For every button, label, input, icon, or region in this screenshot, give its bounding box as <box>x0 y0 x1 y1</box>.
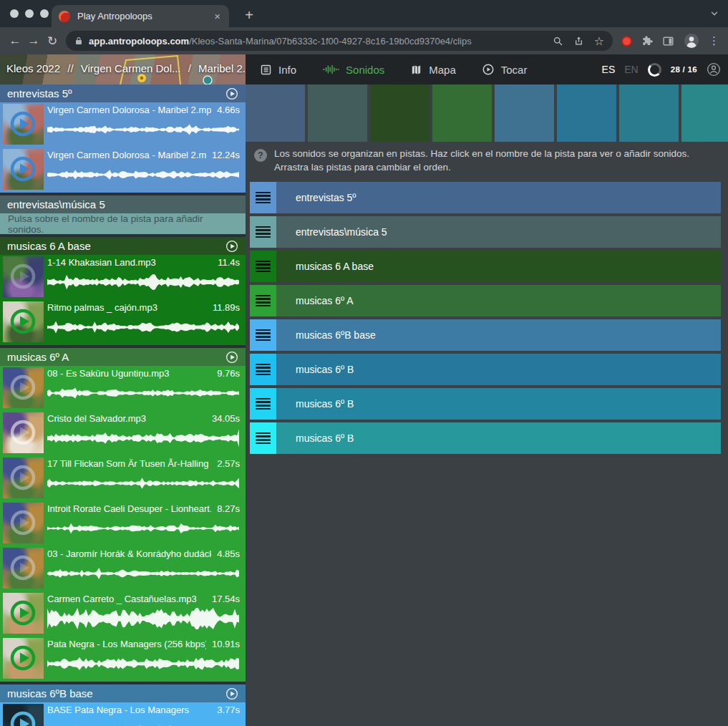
sidebar-track-header[interactable]: entrevistas\música 5 <box>0 195 246 213</box>
track-drag-handle[interactable] <box>250 422 276 454</box>
forward-button[interactable]: → <box>24 32 43 50</box>
sidebar-track-header[interactable]: entrevistas 5º <box>0 84 246 102</box>
clip-duration: 9.76s <box>217 368 240 379</box>
track-row[interactable]: musicas 6 A base <box>250 251 721 282</box>
clip-info-row: 17 Till Flickan Som Är Tusen År-Halling … <box>47 458 240 470</box>
track-drag-handle[interactable] <box>250 319 276 351</box>
profile-icon[interactable] <box>707 62 721 77</box>
audio-clip[interactable]: 17 Till Flickan Som Är Tusen År-Halling … <box>0 456 246 501</box>
audio-clip[interactable]: Virgen Carmen Dolorosa - Maribel 2.mp34.… <box>0 102 246 147</box>
clip-play-overlay-icon[interactable] <box>9 155 37 183</box>
window-close-button[interactable] <box>10 9 19 18</box>
clip-play-overlay-icon[interactable] <box>9 508 37 537</box>
audio-clip[interactable]: 08 - Es Sakūru Uguntiņu.mp39.76s <box>0 366 246 411</box>
track-name-button[interactable]: musicas 6º B <box>276 388 721 420</box>
audio-clip[interactable]: Virgen Carmen Dolorosa - Maribel 2.mp312… <box>0 147 246 193</box>
clip-play-overlay-icon[interactable] <box>9 463 37 492</box>
tab-close-icon[interactable]: × <box>213 9 222 23</box>
breadcrumb-item[interactable]: Maribel 2... <box>198 62 246 74</box>
clip-play-overlay-icon[interactable] <box>9 599 37 627</box>
track-play-button[interactable] <box>225 240 238 253</box>
track-drag-handle[interactable] <box>250 388 276 420</box>
track-name-button[interactable]: musicas 6ºB base <box>276 319 721 351</box>
sidebar-track-header[interactable]: musicas 6 A base <box>0 237 246 255</box>
track-row[interactable]: entrevistas 5º <box>250 182 721 213</box>
track-drag-handle[interactable] <box>250 182 276 213</box>
track-name-button[interactable]: musicas 6 A base <box>276 251 721 282</box>
clip-waveform <box>47 652 240 675</box>
audio-clip[interactable]: BASE Pata Negra - Los Managers3.77s <box>0 702 246 726</box>
reload-button[interactable]: ↻ <box>43 32 62 50</box>
window-minimize-button[interactable] <box>25 9 34 18</box>
map-photo-strip[interactable]: Kleos 2022 // Virgen Carmen Dol... / Mar… <box>0 54 246 84</box>
track-name-button[interactable]: musicas 6º B <box>276 422 721 454</box>
track-drag-handle[interactable] <box>250 251 276 282</box>
nav-label: Sonidos <box>346 64 384 76</box>
track-play-button[interactable] <box>225 87 238 100</box>
bookmark-star-icon[interactable]: ☆ <box>594 34 604 48</box>
side-panel-icon[interactable] <box>662 35 674 47</box>
clip-info-row: 08 - Es Sakūru Uguntiņu.mp39.76s <box>47 368 240 379</box>
browser-tab[interactable]: Play Antropoloops × <box>52 5 229 27</box>
track-drag-handle[interactable] <box>250 285 276 316</box>
sidebar-track-header[interactable]: musicas 6º A <box>0 348 246 366</box>
nav-tab-tocar[interactable]: Tocar <box>482 63 528 76</box>
track-name-button[interactable]: entrevistas\música 5 <box>276 216 721 248</box>
track-play-button[interactable] <box>225 687 238 700</box>
track-drag-handle[interactable] <box>250 216 276 248</box>
audio-clip[interactable]: 1-14 Khakasian Land.mp311.4s <box>0 255 246 300</box>
record-indicator-icon[interactable] <box>621 36 632 47</box>
help-question-icon: ? <box>254 149 267 162</box>
clip-play-overlay-icon[interactable] <box>9 262 37 291</box>
drag-handle-icon <box>256 225 271 239</box>
audio-clip[interactable]: Carmen Carreto _ Castañuelas.mp317.54s <box>0 591 246 637</box>
extensions-puzzle-icon[interactable] <box>641 35 653 47</box>
app-header: Kleos 2022 // Virgen Carmen Dol... / Mar… <box>0 54 728 84</box>
breadcrumb-project[interactable]: Kleos 2022 <box>6 62 60 74</box>
address-bar[interactable]: app.antropoloops.com /Kleos-Santa-Marina… <box>66 31 613 51</box>
lang-en-button[interactable]: EN <box>624 64 638 75</box>
track-row[interactable]: musicas 6º B <box>250 388 721 420</box>
track-row[interactable]: musicas 6º B <box>250 422 721 454</box>
audio-clip[interactable]: Pata Negra - Los Managers (256 kbps).mp3… <box>0 637 246 682</box>
track-name-label: entrevistas\música 5 <box>296 226 387 238</box>
lang-es-button[interactable]: ES <box>602 64 616 75</box>
audio-clip[interactable]: Ritmo palmas _ cajón.mp311.89s <box>0 300 246 345</box>
track-row[interactable]: entrevistas\música 5 <box>250 216 721 248</box>
track-row[interactable]: musicas 6ºB base <box>250 319 721 351</box>
audio-clip[interactable]: Cristo del Salvador.mp334.05s <box>0 411 246 456</box>
zoom-search-icon[interactable] <box>553 36 563 47</box>
track-name-button[interactable]: musicas 6º B <box>276 354 721 385</box>
track-drag-handle[interactable] <box>250 354 276 385</box>
audio-clip[interactable]: Introit Rorate Caeli Desuper - Lionheart… <box>0 501 246 546</box>
clip-title: Carmen Carreto _ Castañuelas.mp3 <box>47 594 206 605</box>
track-name-button[interactable]: entrevistas 5º <box>276 182 721 213</box>
clip-play-overlay-icon[interactable] <box>9 373 37 402</box>
nav-tab-info[interactable]: Info <box>260 64 296 76</box>
clip-play-overlay-icon[interactable] <box>9 307 37 336</box>
clip-play-overlay-icon[interactable] <box>9 110 37 138</box>
sidebar-track-header[interactable]: musicas 6ºB base <box>0 684 246 702</box>
tab-search-chevron-icon[interactable] <box>709 9 719 21</box>
clip-play-overlay-icon[interactable] <box>9 710 37 726</box>
clip-play-overlay-icon[interactable] <box>9 418 37 447</box>
drag-handle-icon <box>256 259 271 274</box>
breadcrumb-group[interactable]: Virgen Carmen Dol... <box>81 62 181 74</box>
window-controls <box>10 9 49 18</box>
track-row[interactable]: musicas 6º B <box>250 354 721 385</box>
nav-tab-mapa[interactable]: Mapa <box>410 64 456 76</box>
breadcrumb[interactable]: Kleos 2022 // Virgen Carmen Dol... / Mar… <box>6 62 246 74</box>
browser-profile-avatar[interactable] <box>684 33 699 49</box>
nav-tab-sonidos[interactable]: Sonidos <box>322 64 384 76</box>
audio-clip[interactable]: 03 - Jaromír Horák & Konrádyho dudácká .… <box>0 546 246 591</box>
new-tab-button[interactable]: + <box>239 5 259 25</box>
share-icon[interactable] <box>573 36 584 47</box>
clip-play-overlay-icon[interactable] <box>9 644 37 672</box>
track-row[interactable]: musicas 6º A <box>250 285 721 316</box>
track-play-button[interactable] <box>225 351 238 364</box>
window-zoom-button[interactable] <box>40 9 49 18</box>
browser-menu-kebab-icon[interactable]: ⋮ <box>709 34 719 47</box>
track-name-button[interactable]: musicas 6º A <box>276 285 721 316</box>
back-button[interactable]: ← <box>6 32 24 50</box>
clip-play-overlay-icon[interactable] <box>9 553 37 582</box>
